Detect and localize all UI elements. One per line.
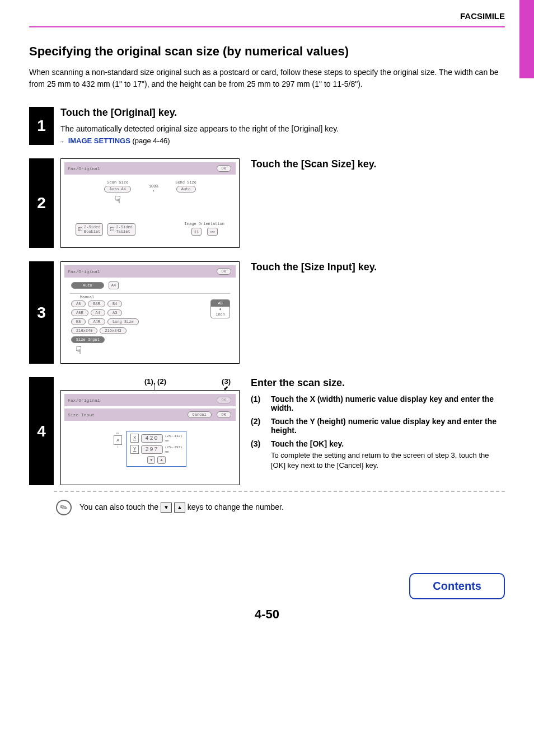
orient-landscape-button[interactable]: ▭▭	[207, 228, 217, 236]
page-number: 4-50	[0, 607, 534, 622]
unit-ab-tab[interactable]: AB	[211, 300, 229, 307]
note-pre: You can also touch the	[79, 503, 161, 511]
ok-button[interactable]: OK	[217, 411, 231, 418]
two-sided-booklet-button[interactable]: ⿲2-Sided Booklet	[76, 223, 103, 236]
size-a4r[interactable]: A4R	[88, 318, 105, 325]
manual-label: Manual	[80, 295, 230, 299]
two-sided-tablet-button[interactable]: ⿱2-Sided Tablet	[107, 223, 135, 236]
step-4: 4 (1), (2) (3) │⬋ Fax/Original OK	[0, 377, 534, 485]
note-post: keys to change the number.	[188, 503, 284, 511]
breadcrumb: Fax/Original	[68, 269, 100, 274]
size-a5[interactable]: A5	[71, 300, 86, 307]
x-value-input[interactable]: 420	[141, 434, 162, 443]
size-a4[interactable]: A4	[91, 309, 105, 316]
size-a5r[interactable]: A5R	[71, 309, 88, 316]
size-input-label: Size Input	[68, 412, 95, 417]
section-label: FACSIMILE	[29, 11, 505, 21]
scan-size-button[interactable]: Auto A4	[104, 186, 130, 192]
step-number: 4	[29, 377, 54, 485]
size-input-button[interactable]: Size Input	[71, 336, 105, 343]
orient-portrait-button[interactable]: ▯▯	[191, 228, 202, 236]
step-title: Touch the [Original] key.	[60, 107, 505, 119]
sub3-detail: To complete the setting and return to th…	[271, 450, 505, 471]
size-b4[interactable]: B4	[107, 300, 122, 307]
size-216x340[interactable]: 216x340	[71, 327, 97, 334]
step-number: 1	[29, 107, 54, 145]
step-title: Enter the scan size.	[251, 377, 505, 389]
reference-icon: ☞	[60, 140, 64, 144]
step-title: Touch the [Scan Size] key.	[251, 158, 505, 170]
x-label: X	[130, 434, 139, 443]
breadcrumb: Fax/Original	[68, 166, 100, 171]
link-page-ref: (page 4-46)	[130, 137, 170, 145]
sub3-lead: Touch the [OK] key.	[271, 439, 344, 448]
ok-button[interactable]: OK	[217, 165, 231, 172]
ok-button-disabled: OK	[217, 397, 231, 403]
size-b5[interactable]: B5	[71, 318, 86, 325]
sub2-text: Touch the Y (height) numeric value displ…	[271, 417, 496, 435]
image-settings-link[interactable]: IMAGE SETTINGS	[68, 137, 130, 145]
screen-sim-size-input: Fax/Original OK Auto A4 Manual A5B5RB4	[60, 261, 240, 364]
auto-tab[interactable]: Auto	[71, 282, 104, 289]
step-3: 3 Fax/Original OK Auto A4 Manual	[0, 261, 534, 364]
intro-text: When scanning a non-standard size origin…	[29, 67, 505, 90]
up-arrow-button[interactable]: ▲	[174, 503, 185, 513]
pencil-note-icon: ✎	[53, 497, 74, 518]
step-body-text: The automatically detected original size…	[60, 124, 505, 133]
down-arrow-button[interactable]: ▼	[161, 503, 172, 513]
cancel-button[interactable]: Cancel	[188, 411, 212, 418]
decrement-button[interactable]: ▼	[147, 456, 155, 464]
send-size-label: Send Size	[175, 180, 197, 185]
dashed-rule	[54, 491, 505, 492]
size-a3[interactable]: A3	[107, 309, 122, 316]
page-title: Specifying the original scan size (by nu…	[29, 44, 505, 59]
breadcrumb: Fax/Original	[68, 398, 100, 403]
note-row: ✎ You can also touch the ▼ ▲ keys to cha…	[0, 497, 534, 518]
size-b5r[interactable]: B5R	[88, 300, 105, 307]
step-1: 1 Touch the [Original] key. The automati…	[0, 107, 534, 145]
sub3-num: (3)	[251, 439, 265, 471]
sub1-text: Touch the X (width) numeric value displa…	[271, 395, 494, 412]
percent-label: 100%	[149, 184, 158, 189]
hand-pointer-icon: ☟	[103, 194, 132, 206]
y-label: Y	[130, 445, 139, 454]
step-2: 2 Fax/Original OK Scan Size Auto A4 ☟	[0, 158, 534, 248]
screen-sim-scan-size: Fax/Original OK Scan Size Auto A4 ☟ 100%	[60, 158, 240, 248]
ok-button[interactable]: OK	[217, 268, 231, 275]
screen-sim-enter-size: Fax/Original OK Size Input Cancel OK	[60, 390, 240, 485]
step-title: Touch the [Size Input] key.	[251, 261, 505, 273]
y-value-input[interactable]: 297	[141, 445, 162, 454]
scan-size-label: Scan Size	[103, 180, 132, 185]
auto-size-indicator: A4	[109, 281, 119, 289]
size-216x343[interactable]: 216x343	[100, 327, 126, 334]
contents-button[interactable]: Contents	[409, 573, 505, 599]
y-range-hint: (25～297)	[165, 445, 182, 449]
increment-button[interactable]: ▲	[157, 456, 165, 464]
send-size-button[interactable]: Auto	[176, 186, 196, 192]
sub2-num: (2)	[251, 417, 265, 435]
horizontal-rule	[29, 26, 505, 27]
side-tab	[519, 0, 534, 78]
step-number: 2	[29, 158, 54, 248]
x-range-hint: (25～432)	[165, 434, 182, 438]
step-number: 3	[29, 261, 54, 364]
hand-pointer-icon: ☟	[76, 344, 140, 356]
unit-inch-tab[interactable]: Inch	[211, 311, 229, 318]
sub1-num: (1)	[251, 395, 265, 412]
orientation-label: Image Orientation	[185, 222, 224, 226]
size-longsize[interactable]: Long Size	[107, 318, 139, 325]
